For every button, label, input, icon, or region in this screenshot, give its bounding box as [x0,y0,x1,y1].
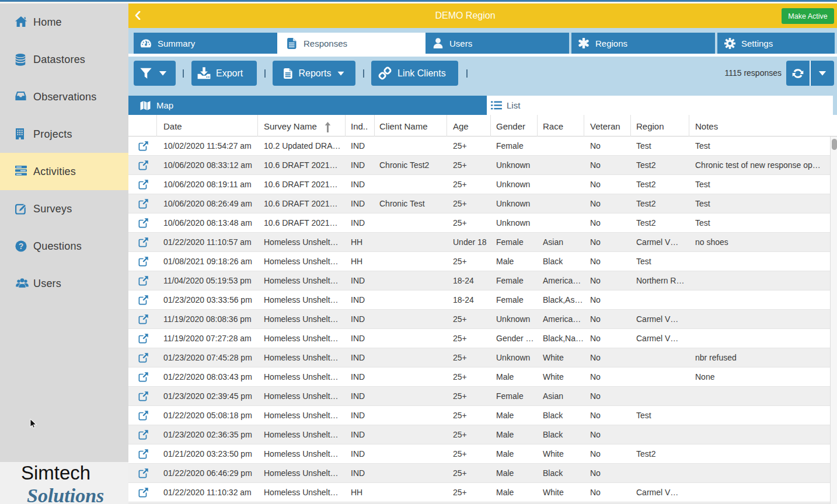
svg-text:?: ? [19,242,24,251]
